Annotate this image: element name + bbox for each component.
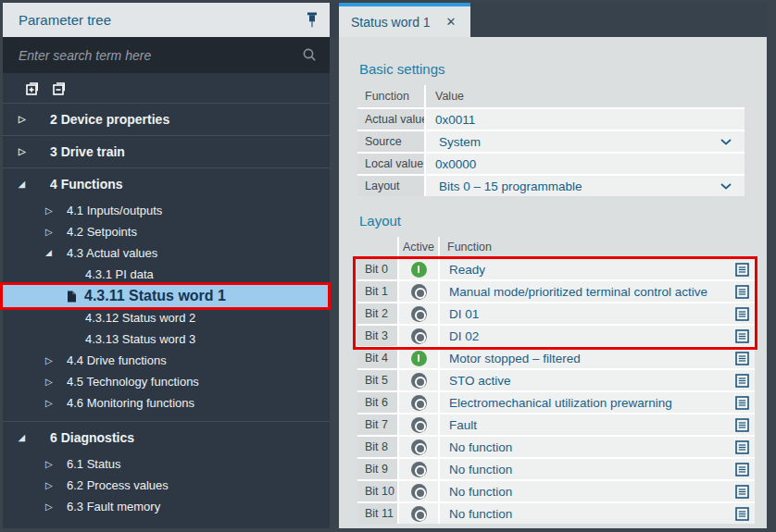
function-cell[interactable]: Manual mode/prioritized terminal control… bbox=[440, 281, 755, 302]
active-off-indicator-icon bbox=[411, 395, 427, 411]
menu-icon[interactable] bbox=[735, 463, 749, 476]
chevron-down-icon[interactable] bbox=[720, 139, 732, 145]
caret-collapsed-icon[interactable]: ▷ bbox=[45, 399, 58, 408]
function-cell[interactable]: No function bbox=[440, 437, 755, 457]
caret-collapsed-icon[interactable]: ▷ bbox=[45, 206, 58, 216]
menu-icon[interactable] bbox=[735, 285, 749, 299]
tree-item-6-diagnostics[interactable]: ◢ 6 Diagnostics bbox=[3, 422, 330, 453]
close-icon[interactable]: ✕ bbox=[446, 15, 457, 29]
column-header-function: Function bbox=[440, 237, 755, 257]
active-cell bbox=[399, 303, 438, 324]
caret-expanded-icon[interactable]: ◢ bbox=[19, 180, 31, 189]
caret-collapsed-icon[interactable]: ▷ bbox=[45, 377, 58, 387]
caret-collapsed-icon[interactable]: ▷ bbox=[45, 502, 58, 512]
tree-item-label: 2 Device properties bbox=[50, 112, 169, 127]
function-cell[interactable]: DI 01 bbox=[440, 303, 755, 324]
table-row-bit-8: Bit 8 No function bbox=[357, 437, 755, 457]
table-row: Actual value 0x0011 bbox=[357, 109, 745, 130]
tree-item-3-drive-train[interactable]: ▷ 3 Drive train bbox=[3, 136, 330, 167]
basic-settings-table: Function Value Actual value 0x0011 Sourc… bbox=[357, 85, 745, 196]
expand-all-icon[interactable] bbox=[25, 80, 40, 95]
function-cell[interactable]: STO active bbox=[440, 370, 755, 390]
layout-dropdown[interactable]: Bits 0 – 15 programmable bbox=[426, 176, 745, 196]
tree-item-4-4-drive-functions[interactable]: ▷ 4.4 Drive functions bbox=[3, 350, 330, 371]
caret-expanded-icon[interactable]: ◢ bbox=[45, 249, 58, 257]
menu-icon[interactable] bbox=[735, 440, 749, 454]
caret-collapsed-icon[interactable]: ▷ bbox=[45, 481, 58, 490]
bit-label: Bit 11 bbox=[357, 503, 397, 524]
chevron-down-icon[interactable] bbox=[720, 183, 732, 190]
caret-expanded-icon[interactable]: ◢ bbox=[19, 434, 31, 442]
menu-icon[interactable] bbox=[735, 352, 749, 365]
tree-item-4-3-12-status-word-2[interactable]: 4.3.12 Status word 2 bbox=[3, 307, 330, 328]
tree-item-6-1-status[interactable]: ▷ 6.1 Status bbox=[3, 453, 330, 475]
search-input[interactable] bbox=[19, 48, 302, 63]
tree-item-2-device-properties[interactable]: ▷ 2 Device properties bbox=[3, 104, 330, 135]
caret-collapsed-icon[interactable]: ▷ bbox=[45, 460, 58, 469]
bit-label: Bit 2 bbox=[357, 303, 397, 324]
tree-item-4-functions[interactable]: ◢ 4 Functions bbox=[3, 168, 330, 200]
function-cell[interactable]: No function bbox=[440, 503, 755, 524]
tree-item-4-6-monitoring-functions[interactable]: ▷ 4.6 Monitoring functions bbox=[3, 392, 330, 414]
menu-icon[interactable] bbox=[735, 396, 749, 410]
active-cell bbox=[399, 414, 438, 435]
function-label: Motor stopped – filtered bbox=[449, 352, 581, 365]
function-cell[interactable]: DI 02 bbox=[440, 326, 755, 346]
tree-item-4-3-1-pi-data[interactable]: 4.3.1 PI data bbox=[3, 264, 330, 285]
function-label: Fault bbox=[449, 418, 477, 432]
tree-item-4-5-technology-functions[interactable]: ▷ 4.5 Technology functions bbox=[3, 371, 330, 392]
menu-icon[interactable] bbox=[735, 418, 749, 432]
function-cell[interactable]: No function bbox=[440, 481, 755, 501]
caret-collapsed-icon[interactable]: ▷ bbox=[45, 228, 58, 237]
tree-item-label: 4.1 Inputs/outputs bbox=[67, 204, 162, 217]
dropdown-value: Bits 0 – 15 programmable bbox=[439, 179, 582, 193]
bit-label: Bit 6 bbox=[357, 392, 397, 413]
function-label: Ready bbox=[449, 263, 485, 277]
menu-icon[interactable] bbox=[735, 507, 749, 521]
function-cell[interactable]: Ready bbox=[440, 259, 755, 279]
tree-item-4-2-setpoints[interactable]: ▷ 4.2 Setpoints bbox=[3, 221, 330, 242]
local-value-field[interactable]: 0x0000 bbox=[426, 154, 745, 174]
table-row: Local value 0x0000 bbox=[357, 154, 745, 174]
table-row-bit-11: Bit 11 No function bbox=[357, 503, 755, 524]
tree-item-label: 3 Drive train bbox=[50, 144, 125, 159]
tab-status-word-1[interactable]: Status word 1 ✕ bbox=[339, 3, 470, 37]
function-label: No function bbox=[449, 463, 512, 476]
bit-label: Bit 3 bbox=[357, 326, 397, 346]
caret-collapsed-icon[interactable]: ▷ bbox=[19, 115, 31, 124]
tree-item-4-3-11-status-word-1[interactable]: 4.3.11 Status word 1 bbox=[3, 285, 330, 307]
source-dropdown[interactable]: System bbox=[426, 131, 745, 152]
tree-item-4-3-actual-values[interactable]: ◢ 4.3 Actual values bbox=[3, 242, 330, 264]
status-word-editor: Basic settings Function Value Actual val… bbox=[339, 37, 767, 528]
function-cell[interactable]: Electromechanical utilization prewarning bbox=[440, 392, 755, 413]
caret-collapsed-icon[interactable]: ▷ bbox=[45, 356, 58, 365]
menu-icon[interactable] bbox=[735, 485, 749, 499]
pin-icon[interactable] bbox=[306, 11, 319, 29]
function-cell[interactable]: Fault bbox=[440, 414, 755, 435]
menu-icon[interactable] bbox=[735, 307, 749, 321]
search-bar bbox=[3, 37, 330, 73]
tree-item-label: 4 Functions bbox=[50, 177, 123, 192]
caret-collapsed-icon[interactable]: ▷ bbox=[19, 147, 31, 156]
function-cell[interactable]: No function bbox=[440, 459, 755, 479]
active-off-indicator-icon bbox=[411, 417, 427, 433]
tree-item-6-3-fault-memory[interactable]: ▷ 6.3 Fault memory bbox=[3, 496, 330, 517]
tree-item-4-1-inputs-outputs[interactable]: ▷ 4.1 Inputs/outputs bbox=[3, 200, 330, 221]
tree-item-6-2-process-values[interactable]: ▷ 6.2 Process values bbox=[3, 475, 330, 496]
table-row: Layout Bits 0 – 15 programmable bbox=[357, 176, 745, 196]
tree-item-label: 4.5 Technology functions bbox=[67, 375, 199, 389]
menu-icon[interactable] bbox=[735, 374, 749, 388]
menu-icon[interactable] bbox=[735, 263, 749, 277]
column-header-value: Value bbox=[426, 85, 745, 107]
table-header-row: Function Value bbox=[357, 85, 745, 107]
active-cell bbox=[399, 481, 438, 501]
tree-item-label: 4.6 Monitoring functions bbox=[67, 396, 194, 410]
function-cell[interactable]: Motor stopped – filtered bbox=[440, 348, 755, 368]
menu-icon[interactable] bbox=[735, 329, 749, 343]
active-cell bbox=[399, 392, 438, 413]
collapse-all-icon[interactable] bbox=[52, 80, 67, 95]
tree-item-4-3-13-status-word-3[interactable]: 4.3.13 Status word 3 bbox=[3, 328, 330, 350]
table-row-bit-1: Bit 1 Manual mode/prioritized terminal c… bbox=[357, 281, 755, 302]
search-icon[interactable] bbox=[302, 47, 318, 63]
basic-settings-heading: Basic settings bbox=[359, 61, 445, 77]
